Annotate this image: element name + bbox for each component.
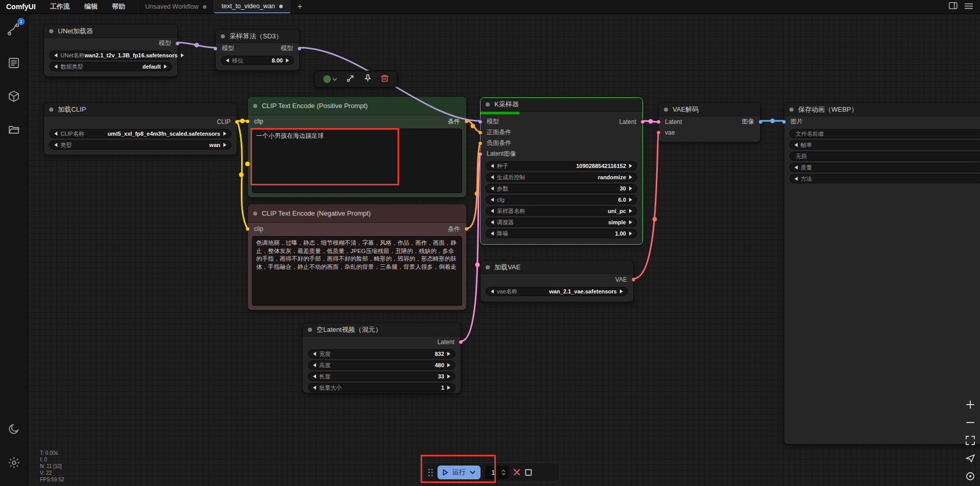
node-header[interactable]: 加载CLIP	[44, 103, 237, 116]
node-header[interactable]: 空Latent视频（混元）	[303, 323, 461, 336]
increment-icon[interactable]	[286, 58, 289, 62]
decrement-icon[interactable]	[491, 231, 494, 236]
decrement-icon[interactable]	[313, 386, 316, 390]
conditioning-output-port[interactable]	[464, 227, 469, 231]
node-vae-loader[interactable]: 加载VAE VAE vae名称 wan_2.1_vae.safetensors	[480, 260, 634, 302]
decrement-icon[interactable]	[491, 198, 494, 202]
increment-icon[interactable]	[223, 132, 226, 136]
node-color-picker[interactable]	[323, 75, 337, 83]
images-input-port[interactable]	[782, 119, 786, 124]
vae-input-port[interactable]	[656, 130, 661, 135]
model-library-icon[interactable]	[4, 87, 24, 106]
increment-icon[interactable]	[447, 386, 450, 390]
step-down-icon[interactable]	[502, 473, 506, 475]
node-header[interactable]: CLIP Text Encode (Positive Prompt)	[248, 97, 466, 115]
model-input-port[interactable]	[213, 46, 218, 51]
decrement-icon[interactable]	[491, 164, 494, 168]
widget-shift[interactable]: 移位 8.00	[221, 56, 294, 65]
increment-icon[interactable]	[447, 374, 450, 378]
widget-fps[interactable]: 帧率	[789, 140, 980, 150]
decrement-icon[interactable]	[795, 177, 798, 181]
zoom-out-icon[interactable]	[965, 417, 975, 428]
collapse-dot[interactable]	[789, 108, 794, 112]
increment-icon[interactable]	[447, 352, 450, 356]
cancel-icon[interactable]	[513, 469, 520, 476]
node-empty-latent-video[interactable]: 空Latent视频（混元） Latent 宽度 832 高度 480 长度 33…	[302, 323, 461, 393]
widget-control-after-generate[interactable]: 生成后控制 randomize	[486, 173, 637, 182]
collapse-dot[interactable]	[221, 34, 225, 38]
decrement-icon[interactable]	[226, 58, 229, 62]
decrement-icon[interactable]	[313, 363, 316, 367]
node-header[interactable]: UNet加载器	[44, 25, 177, 38]
widget-quality[interactable]: 质量	[789, 163, 980, 172]
conditioning-output-port[interactable]	[464, 119, 469, 124]
clip-input-port[interactable]	[245, 119, 250, 124]
latent-output-port[interactable]	[458, 340, 463, 344]
positive-conditioning-input-port[interactable]	[478, 130, 483, 135]
widget-cfg[interactable]: cfg 6.0	[486, 195, 637, 204]
decrement-icon[interactable]	[54, 132, 57, 136]
widget-sampler-name[interactable]: 采样器名称 uni_pc	[486, 206, 637, 216]
node-vae-decode[interactable]: VAE解码 Latent 图像 vae	[658, 102, 761, 142]
clip-output-port[interactable]	[235, 119, 239, 124]
widget-width[interactable]: 宽度 832	[308, 349, 455, 358]
latent-output-port[interactable]	[640, 119, 645, 124]
widget-vae-name[interactable]: vae名称 wan_2.1_vae.safetensors	[486, 287, 628, 296]
new-tab-button[interactable]: +	[290, 0, 309, 13]
node-save-animated-webp[interactable]: 保存动画（WEBP） 图片 文件名前缀 帧率 无损 质量 方法	[784, 102, 980, 445]
node-header[interactable]: 采样算法（SD3）	[216, 30, 299, 43]
decrement-icon[interactable]	[491, 186, 494, 191]
collapse-dot[interactable]	[664, 108, 668, 112]
node-unet-loader[interactable]: UNet加载器 模型 UNet名称 wan2.1_t2v_1.3B_fp16.s…	[44, 24, 178, 77]
increment-icon[interactable]	[629, 186, 632, 191]
increment-icon[interactable]	[223, 143, 226, 147]
stop-icon[interactable]	[525, 469, 532, 476]
model-output-port[interactable]	[175, 41, 180, 46]
collapse-dot[interactable]	[49, 29, 53, 33]
fit-view-icon[interactable]	[965, 435, 975, 446]
negative-conditioning-input-port[interactable]	[478, 141, 483, 145]
hamburger-menu-icon[interactable]	[965, 2, 973, 11]
step-up-icon[interactable]	[502, 470, 506, 472]
decrement-icon[interactable]	[54, 53, 57, 57]
decrement-icon[interactable]	[491, 175, 494, 179]
model-output-port[interactable]	[297, 46, 302, 51]
widget-unet-name[interactable]: UNet名称 wan2.1_t2v_1.3B_fp16.safetensors	[49, 51, 172, 60]
node-negative-prompt[interactable]: CLIP Text Encode (Negative Prompt) clip …	[247, 204, 467, 310]
bypass-icon[interactable]	[346, 74, 355, 85]
node-header[interactable]: VAE解码	[659, 103, 760, 116]
increment-icon[interactable]	[620, 289, 623, 293]
node-header[interactable]: 加载VAE	[481, 261, 633, 274]
decrement-icon[interactable]	[491, 220, 494, 224]
negative-prompt-textarea[interactable]: 色调艳丽，过曝，静态，细节模糊不清，字幕，风格，作品，画作，画面，静止，整体发灰…	[252, 236, 462, 306]
menu-workflow[interactable]: 工作流	[43, 0, 77, 13]
zoom-in-icon[interactable]	[965, 399, 975, 410]
increment-icon[interactable]	[629, 175, 632, 179]
node-ksampler[interactable]: K采样器 模型 Latent 正面条件 负面条件 Latent图像 种子 109…	[480, 97, 643, 245]
image-output-port[interactable]	[758, 119, 763, 124]
widget-clip-name[interactable]: CLIP名称 umt5_xxl_fp8_e4m3fn_scaled.safete…	[49, 129, 232, 138]
increment-icon[interactable]	[629, 231, 632, 236]
decrement-icon[interactable]	[491, 209, 494, 213]
settings-gear-icon[interactable]	[4, 453, 24, 472]
widget-method[interactable]: 方法	[789, 174, 980, 183]
clip-input-port[interactable]	[245, 227, 250, 231]
delete-trash-icon[interactable]	[381, 74, 389, 84]
collapse-dot[interactable]	[253, 104, 257, 108]
widget-seed[interactable]: 种子 1090288542116152	[486, 161, 637, 171]
node-header[interactable]: CLIP Text Encode (Negative Prompt)	[248, 204, 466, 223]
model-input-port[interactable]	[478, 119, 483, 124]
node-header[interactable]: K采样器	[481, 98, 642, 112]
collapse-dot[interactable]	[308, 328, 312, 332]
increment-icon[interactable]	[181, 53, 184, 57]
queue-icon[interactable]: 1	[4, 20, 24, 39]
collapse-dot[interactable]	[486, 102, 490, 107]
decrement-icon[interactable]	[54, 143, 57, 147]
drag-handle[interactable]	[428, 469, 433, 476]
widget-data-type[interactable]: 数据类型 default	[49, 62, 172, 71]
collapse-dot[interactable]	[486, 265, 490, 269]
widget-scheduler[interactable]: 调度器 simple	[486, 218, 637, 227]
widget-steps[interactable]: 步数 30	[486, 184, 637, 193]
widget-lossless[interactable]: 无损	[789, 152, 980, 161]
theme-moon-icon[interactable]	[4, 419, 24, 439]
